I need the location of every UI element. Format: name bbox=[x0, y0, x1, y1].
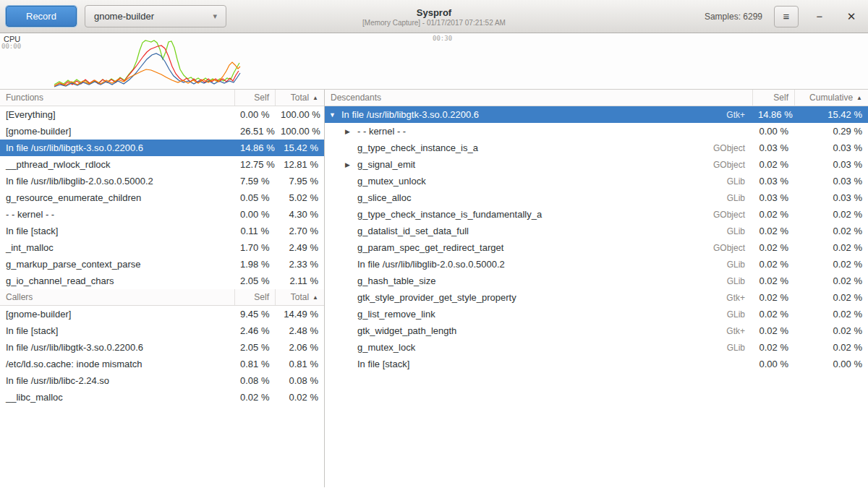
library-name: GLib bbox=[700, 193, 752, 203]
caller-row[interactable]: /etc/ld.so.cache: inode mismatch0.81 %0.… bbox=[0, 356, 324, 372]
descendant-row[interactable]: g_param_spec_get_redirect_targetGObject0… bbox=[325, 239, 868, 256]
total-value: 100.00 % bbox=[275, 126, 324, 137]
library-name: GObject bbox=[700, 210, 752, 220]
self-value: 2.05 % bbox=[234, 275, 275, 286]
descendant-row[interactable]: g_mutex_lockGLib0.02 %0.02 % bbox=[325, 339, 868, 356]
self-value: 0.02 % bbox=[752, 342, 794, 353]
function-row[interactable]: In file /usr/lib/libgtk-3.so.0.2200.614.… bbox=[0, 140, 324, 156]
total-column-label: Total bbox=[291, 292, 309, 302]
caller-row[interactable]: In file /usr/lib/libgtk-3.so.0.2200.62.0… bbox=[0, 339, 324, 356]
caller-row[interactable]: In file [stack]2.46 %2.48 % bbox=[0, 322, 324, 339]
caller-row[interactable]: In file /usr/lib/libc-2.24.so0.08 %0.08 … bbox=[0, 372, 324, 389]
function-row[interactable]: g_resource_enumerate_children0.05 %5.02 … bbox=[0, 189, 324, 206]
cumulative-value: 0.29 % bbox=[794, 126, 868, 137]
callers-rows: [gnome-builder]9.45 %14.49 %In file [sta… bbox=[0, 306, 324, 406]
library-name: GLib bbox=[700, 226, 752, 236]
descendant-row[interactable]: g_mutex_unlockGLib0.03 %0.03 % bbox=[325, 173, 868, 189]
descendant-row[interactable]: g_type_check_instance_is_aGObject0.03 %0… bbox=[325, 140, 868, 156]
cumulative-column-label: Cumulative bbox=[809, 93, 853, 103]
cpu-timeline[interactable]: CPU 00:00 00:30 bbox=[0, 33, 868, 90]
record-button[interactable]: Record bbox=[6, 6, 77, 27]
descendants-column-header[interactable]: Descendants bbox=[325, 90, 752, 106]
callers-header: Callers Self Total ▲ bbox=[0, 289, 324, 306]
self-value: 0.02 % bbox=[752, 209, 794, 220]
descendant-row[interactable]: ▶- - kernel - -0.00 %0.29 % bbox=[325, 123, 868, 140]
function-row[interactable]: _int_malloc1.70 %2.49 % bbox=[0, 239, 324, 256]
total-value: 2.48 % bbox=[275, 325, 324, 336]
cumulative-value: 0.02 % bbox=[794, 259, 868, 270]
descendant-row[interactable]: ▶g_signal_emitGObject0.02 %0.03 % bbox=[325, 156, 868, 173]
process-selector[interactable]: gnome-builder ▾ bbox=[85, 5, 226, 27]
self-value: 26.51 % bbox=[234, 126, 275, 137]
function-name: /etc/ld.so.cache: inode mismatch bbox=[0, 359, 234, 369]
function-name: _int_malloc bbox=[0, 242, 234, 253]
descendant-row[interactable]: g_datalist_id_set_data_fullGLib0.02 %0.0… bbox=[325, 223, 868, 239]
function-name: In file [stack] bbox=[0, 226, 234, 236]
self-value: 0.02 % bbox=[752, 226, 794, 236]
function-row[interactable]: In file /usr/lib/libglib-2.0.so.0.5000.2… bbox=[0, 173, 324, 189]
descendant-row[interactable]: In file [stack]0.00 %0.00 % bbox=[325, 356, 868, 372]
caller-row[interactable]: __libc_malloc0.02 %0.02 % bbox=[0, 389, 324, 406]
descendant-row[interactable]: g_type_check_instance_is_fundamentally_a… bbox=[325, 206, 868, 223]
self-value: 0.02 % bbox=[752, 159, 794, 170]
self-value: 0.02 % bbox=[752, 325, 794, 336]
function-name: g_slice_alloc bbox=[357, 192, 411, 203]
cumulative-value: 0.03 % bbox=[794, 142, 868, 153]
caller-row[interactable]: [gnome-builder]9.45 %14.49 % bbox=[0, 306, 324, 322]
descendant-row[interactable]: gtk_style_provider_get_style_propertyGtk… bbox=[325, 289, 868, 306]
self-value: 0.03 % bbox=[752, 176, 794, 187]
function-row[interactable]: In file [stack]0.11 %2.70 % bbox=[0, 223, 324, 239]
total-value: 0.02 % bbox=[275, 392, 324, 403]
close-button[interactable]: ✕ bbox=[841, 6, 862, 27]
functions-column-header[interactable]: Functions bbox=[0, 90, 234, 106]
descendant-row[interactable]: In file /usr/lib/libglib-2.0.so.0.5000.2… bbox=[325, 256, 868, 273]
process-selector-label: gnome-builder bbox=[94, 11, 154, 22]
cumulative-value: 0.02 % bbox=[794, 242, 868, 253]
function-row[interactable]: - - kernel - -0.00 %4.30 % bbox=[0, 206, 324, 223]
functions-header: Functions Self Total ▲ bbox=[0, 90, 324, 106]
descendant-row[interactable]: g_hash_table_sizeGLib0.02 %0.02 % bbox=[325, 273, 868, 289]
callers-total-column-header[interactable]: Total ▲ bbox=[275, 289, 324, 305]
functions-self-column-header[interactable]: Self bbox=[234, 90, 275, 106]
function-row[interactable]: g_markup_parse_context_parse1.98 %2.33 % bbox=[0, 256, 324, 273]
function-name: g_mutex_lock bbox=[357, 342, 415, 353]
function-name: In file /usr/lib/libglib-2.0.so.0.5000.2 bbox=[0, 176, 234, 187]
library-name: Gtk+ bbox=[700, 110, 752, 120]
descendant-row[interactable]: ▼In file /usr/lib/libgtk-3.so.0.2200.6Gt… bbox=[325, 106, 868, 123]
cumulative-value: 0.02 % bbox=[794, 275, 868, 286]
function-name: In file /usr/lib/libgtk-3.so.0.2200.6 bbox=[0, 342, 234, 353]
library-name: GObject bbox=[700, 243, 752, 253]
total-value: 100.00 % bbox=[275, 109, 324, 120]
function-row[interactable]: g_io_channel_read_chars2.05 %2.11 % bbox=[0, 273, 324, 289]
descendant-row[interactable]: g_slice_allocGLib0.03 %0.03 % bbox=[325, 189, 868, 206]
self-value: 0.00 % bbox=[752, 359, 794, 369]
function-row[interactable]: [gnome-builder]26.51 %100.00 % bbox=[0, 123, 324, 140]
sort-descending-icon: ▲ bbox=[856, 95, 862, 101]
descendants-self-column-header[interactable]: Self bbox=[752, 90, 794, 106]
callers-column-header[interactable]: Callers bbox=[0, 289, 234, 305]
functions-total-column-header[interactable]: Total ▲ bbox=[275, 90, 324, 106]
minimize-button[interactable]: − bbox=[809, 6, 830, 27]
title-block: Sysprof [Memory Capture] - 01/17/2017 07… bbox=[362, 7, 506, 26]
descendant-row[interactable]: gtk_widget_path_lengthGtk+0.02 %0.02 % bbox=[325, 322, 868, 339]
self-value: 0.02 % bbox=[752, 242, 794, 253]
function-name: [Everything] bbox=[0, 109, 234, 120]
function-name: [gnome-builder] bbox=[0, 126, 234, 137]
cumulative-value: 0.02 % bbox=[794, 209, 868, 220]
self-value: 14.86 % bbox=[234, 142, 275, 153]
function-name: g_type_check_instance_is_a bbox=[357, 142, 478, 153]
expander-closed-icon[interactable]: ▶ bbox=[345, 161, 357, 168]
function-name: g_io_channel_read_chars bbox=[0, 275, 234, 286]
function-row[interactable]: __pthread_rwlock_rdlock12.75 %12.81 % bbox=[0, 156, 324, 173]
expander-closed-icon[interactable]: ▶ bbox=[345, 128, 357, 135]
callers-self-column-header[interactable]: Self bbox=[234, 289, 275, 305]
function-row[interactable]: [Everything]0.00 %100.00 % bbox=[0, 106, 324, 123]
library-name: GObject bbox=[700, 160, 752, 170]
library-name: GLib bbox=[700, 276, 752, 286]
menu-button[interactable]: ≡ bbox=[774, 6, 799, 27]
expander-open-icon[interactable]: ▼ bbox=[329, 111, 341, 119]
library-name: Gtk+ bbox=[700, 293, 752, 303]
function-name: - - kernel - - bbox=[0, 209, 234, 220]
descendants-cumulative-column-header[interactable]: Cumulative ▲ bbox=[794, 90, 868, 106]
descendant-row[interactable]: g_list_remove_linkGLib0.02 %0.02 % bbox=[325, 306, 868, 322]
